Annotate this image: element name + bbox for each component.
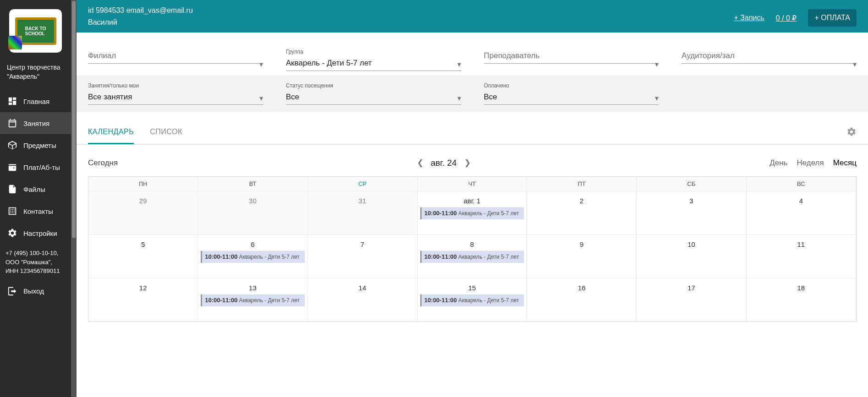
cell-date: 11 (749, 240, 853, 248)
calendar-grid: ПНВТСРЧТПТСБВС 293031авг. 110:00-11:00 А… (88, 176, 857, 322)
cell-date: 30 (201, 197, 304, 205)
calendar-cell[interactable]: 14 (308, 278, 418, 321)
calendar-event[interactable]: 10:00-11:00 Акварель - Дети 5-7 лет (420, 251, 524, 263)
cell-date: 2 (530, 197, 633, 205)
paid-select[interactable] (484, 90, 659, 105)
weekday-header: ПН (88, 177, 198, 191)
calendar-cell[interactable]: 16 (527, 278, 637, 321)
sidebar-item-label: Главная (23, 98, 49, 105)
sidebar-item-label: Предметы (23, 141, 56, 149)
calendar-cell[interactable]: 2 (527, 191, 637, 234)
org-name: Центр творчества "Акварель" (0, 60, 71, 90)
calendar-cell[interactable]: 810:00-11:00 Акварель - Дети 5-7 лет (418, 235, 527, 278)
add-record-link[interactable]: + Запись (734, 14, 764, 22)
cube-icon (7, 140, 18, 151)
gear-icon (7, 228, 18, 239)
file-icon (7, 184, 18, 195)
tab-list[interactable]: СПИСОК (150, 121, 182, 144)
sidebar-item-4[interactable]: Файлы (0, 178, 71, 200)
calendar-event[interactable]: 10:00-11:00 Акварель - Дети 5-7 лет (201, 251, 304, 263)
sidebar-item-3[interactable]: Плат/Аб-ты (0, 156, 71, 178)
prev-month-button[interactable]: ❮ (415, 156, 425, 169)
view-week[interactable]: Неделя (797, 158, 824, 168)
room-select[interactable] (681, 49, 857, 64)
calendar-cell[interactable]: 12 (88, 278, 198, 321)
sidebar-item-1[interactable]: Занятия (0, 112, 71, 134)
settings-button[interactable] (846, 127, 857, 139)
tab-calendar[interactable]: КАЛЕНДАРЬ (88, 121, 134, 144)
calendar-cell[interactable]: 4 (747, 191, 856, 234)
sidebar-item-label: Занятия (23, 120, 49, 127)
today-button[interactable]: Сегодня (88, 158, 118, 168)
calendar-cell[interactable]: 1310:00-11:00 Акварель - Дети 5-7 лет (198, 278, 308, 321)
logout-button[interactable]: Выход (0, 280, 71, 302)
calendar-cell[interactable]: 7 (308, 235, 418, 278)
balance-link[interactable]: 0 / 0 ₽ (776, 14, 797, 22)
sidebar-item-5[interactable]: Контакты (0, 200, 71, 222)
cell-date: 7 (311, 240, 414, 248)
wallet-icon (7, 162, 18, 173)
sidebar-item-6[interactable]: Настройки (0, 222, 71, 244)
building-icon (7, 206, 18, 217)
user-name: Василий (88, 16, 193, 28)
weekday-header: ПТ (527, 177, 637, 191)
calendar-cell[interactable]: 30 (198, 191, 308, 234)
pay-button[interactable]: + ОПЛАТА (808, 9, 857, 27)
calendar-cell[interactable]: 29 (88, 191, 198, 234)
weekday-header: СР (308, 177, 418, 191)
cell-date: 5 (91, 240, 195, 248)
sidebar: BACK TOSCHOOL Центр творчества "Акварель… (0, 0, 71, 397)
status-select[interactable] (286, 90, 461, 105)
cell-date: 15 (420, 284, 524, 292)
cell-date: 6 (201, 240, 304, 248)
lessons-label: Занятия/только мои (88, 82, 263, 89)
sidebar-item-2[interactable]: Предметы (0, 134, 71, 156)
gear-icon (846, 127, 857, 137)
paid-label: Оплачено (484, 82, 659, 89)
logout-label: Выход (23, 287, 44, 295)
view-month[interactable]: Месяц (833, 158, 857, 168)
weekday-header: ВТ (198, 177, 308, 191)
sidebar-scrollbar[interactable] (71, 0, 77, 397)
teacher-select[interactable] (484, 49, 659, 64)
sidebar-item-label: Плат/Аб-ты (23, 163, 60, 171)
calendar-cell[interactable]: 31 (308, 191, 418, 234)
calendar-cell[interactable]: 5 (88, 235, 198, 278)
calendar-cell[interactable]: 610:00-11:00 Акварель - Дети 5-7 лет (198, 235, 308, 278)
cell-date: 13 (201, 284, 304, 292)
calendar-event[interactable]: 10:00-11:00 Акварель - Дети 5-7 лет (420, 294, 524, 306)
weekday-header: ВС (747, 177, 856, 191)
weekday-header: ЧТ (418, 177, 527, 191)
sidebar-item-label: Файлы (23, 185, 45, 193)
user-id-line: id 5984533 email_vas@email.ru (88, 5, 193, 16)
sidebar-item-label: Настройки (23, 229, 57, 237)
current-month: авг. 24 (431, 158, 457, 168)
cell-date: 9 (530, 240, 633, 248)
cell-date: 10 (639, 240, 743, 248)
calendar-cell[interactable]: авг. 110:00-11:00 Акварель - Дети 5-7 ле… (418, 191, 527, 234)
cell-date: 4 (749, 197, 853, 205)
calendar-cell[interactable]: 9 (527, 235, 637, 278)
calendar-cell[interactable]: 3 (637, 191, 746, 234)
cell-date: 12 (91, 284, 195, 292)
cell-date: 3 (639, 197, 743, 205)
topbar: id 5984533 email_vas@email.ru Василий + … (77, 0, 868, 33)
group-label: Группа (286, 49, 461, 55)
calendar-cell[interactable]: 18 (747, 278, 856, 321)
calendar-cell[interactable]: 1510:00-11:00 Акварель - Дети 5-7 лет (418, 278, 527, 321)
logout-icon (7, 286, 18, 297)
lessons-select[interactable] (88, 90, 263, 105)
next-month-button[interactable]: ❯ (462, 156, 472, 169)
calendar-cell[interactable]: 10 (637, 235, 746, 278)
branch-select[interactable] (88, 49, 263, 64)
calendar-event[interactable]: 10:00-11:00 Акварель - Дети 5-7 лет (201, 294, 304, 306)
cell-date: 14 (311, 284, 414, 292)
group-select[interactable] (286, 56, 461, 71)
calendar-event[interactable]: 10:00-11:00 Акварель - Дети 5-7 лет (420, 207, 524, 219)
cell-date: 29 (91, 197, 195, 205)
calendar-cell[interactable]: 11 (747, 235, 856, 278)
sidebar-item-0[interactable]: Главная (0, 90, 71, 112)
calendar-cell[interactable]: 17 (637, 278, 746, 321)
dashboard-icon (7, 96, 18, 107)
view-day[interactable]: День (769, 158, 787, 168)
